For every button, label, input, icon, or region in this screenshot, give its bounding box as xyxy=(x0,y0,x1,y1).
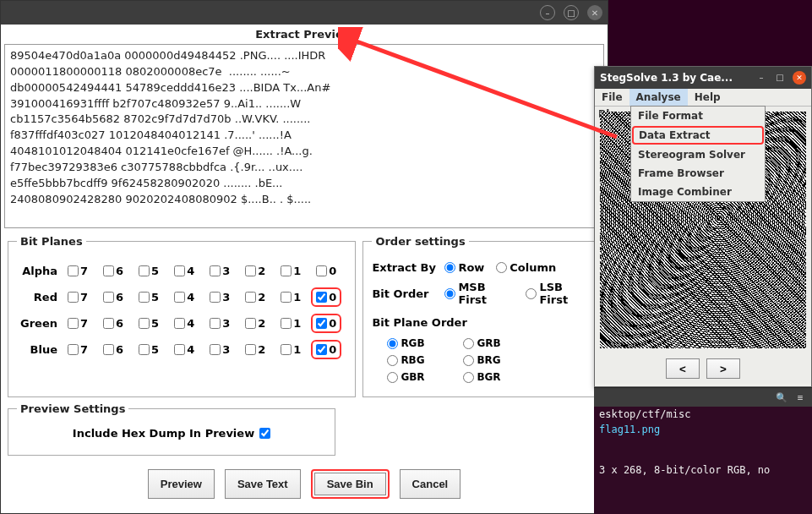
bit-label: 4 xyxy=(187,265,194,277)
terminal-path: esktop/ctf/misc xyxy=(594,407,812,422)
extract-by-label: Extract By xyxy=(372,261,438,274)
bit-checkbox-red-2[interactable] xyxy=(245,292,256,303)
bit-label: 3 xyxy=(222,291,230,303)
bit-checkbox-alpha-0[interactable] xyxy=(316,265,327,276)
bit-checkbox-red-4[interactable] xyxy=(174,292,185,303)
bit-checkbox-alpha-3[interactable] xyxy=(210,265,221,276)
preview-title: Extract Preview xyxy=(1,25,608,42)
bit-label: 1 xyxy=(293,317,301,330)
close-icon[interactable]: ✕ xyxy=(587,5,602,20)
bpo-radio-rgb[interactable]: RGB xyxy=(387,337,455,349)
save-bin-highlight: Save Bin xyxy=(311,469,390,499)
bit-label: 4 xyxy=(187,291,194,303)
bit-checkbox-alpha-5[interactable] xyxy=(139,265,150,276)
dropdown-item-stereogram-solver[interactable]: Stereogram Solver xyxy=(631,145,765,164)
bit-checkbox-blue-3[interactable] xyxy=(210,344,221,355)
bit-checkbox-alpha-6[interactable] xyxy=(103,265,114,276)
bit-label: 0 xyxy=(329,265,336,277)
bit-checkbox-red-1[interactable] xyxy=(281,292,292,303)
next-button[interactable]: > xyxy=(706,358,740,379)
bpo-radio-rbg[interactable]: RBG xyxy=(387,354,455,366)
bit-checkbox-blue-0[interactable] xyxy=(316,344,327,355)
bit-checkbox-red-3[interactable] xyxy=(210,292,221,303)
bit-checkbox-green-5[interactable] xyxy=(139,318,150,329)
bit-order-radio-lsb-first[interactable]: LSB First xyxy=(526,281,591,306)
bit-checkbox-green-6[interactable] xyxy=(103,318,114,329)
steg-close-icon[interactable]: ✕ xyxy=(793,71,806,85)
maximize-icon[interactable]: □ xyxy=(564,5,579,20)
bit-checkbox-blue-7[interactable] xyxy=(68,344,79,355)
bit-label: 0 xyxy=(329,291,336,303)
bit-checkbox-blue-4[interactable] xyxy=(174,344,185,355)
channel-label: Blue xyxy=(17,343,63,356)
bit-checkbox-blue-2[interactable] xyxy=(245,344,256,355)
bit-checkbox-red-7[interactable] xyxy=(68,292,79,303)
bit-label: 6 xyxy=(116,317,123,330)
bit-checkbox-green-1[interactable] xyxy=(281,318,292,329)
bit-label: 1 xyxy=(293,265,301,277)
bit-checkbox-blue-1[interactable] xyxy=(281,344,292,355)
bit-plane-row-red: Red76543210 xyxy=(17,287,346,307)
bit-checkbox-alpha-1[interactable] xyxy=(281,265,292,276)
dropdown-item-image-combiner[interactable]: Image Combiner xyxy=(631,183,765,201)
menu-analyse[interactable]: Analyse xyxy=(629,89,688,106)
bit-checkbox-red-5[interactable] xyxy=(139,292,150,303)
bit-checkbox-green-4[interactable] xyxy=(174,318,185,329)
terminal-info: 3 x 268, 8-bit/color RGB, no xyxy=(594,462,812,478)
bit-checkbox-blue-6[interactable] xyxy=(103,344,114,355)
bit-plane-row-alpha: Alpha76543210 xyxy=(17,261,346,281)
bit-order-radio-msb-first[interactable]: MSB First xyxy=(444,281,514,306)
preview-settings-panel: Preview Settings Include Hex Dump In Pre… xyxy=(8,402,335,456)
order-settings-legend: Order settings xyxy=(372,235,468,248)
bit-label: 2 xyxy=(258,291,265,303)
steg-maximize-icon[interactable]: □ xyxy=(774,71,786,83)
bit-checkbox-green-0[interactable] xyxy=(316,318,327,329)
bpo-radio-brg[interactable]: BRG xyxy=(463,354,531,366)
bit-label: 6 xyxy=(116,265,123,277)
cancel-button[interactable]: Cancel xyxy=(400,469,461,499)
save-bin-button[interactable]: Save Bin xyxy=(314,473,386,495)
bit-planes-legend: Bit Planes xyxy=(17,235,86,248)
dropdown-item-file-format[interactable]: File Format xyxy=(631,107,765,125)
window-titlebar: – □ ✕ xyxy=(1,1,608,25)
stegsolve-window: StegSolve 1.3 by Cae... – □ ✕ FileAnalys… xyxy=(594,66,812,387)
bit-checkbox-blue-5[interactable] xyxy=(139,344,150,355)
term-search-icon[interactable]: 🔍 xyxy=(775,392,788,403)
bit-checkbox-green-7[interactable] xyxy=(68,318,79,329)
extract-by-radio-row[interactable]: Row xyxy=(444,261,484,274)
bit-label: 3 xyxy=(222,343,230,356)
steg-minimize-icon[interactable]: – xyxy=(755,71,767,83)
bit-label: 7 xyxy=(80,265,88,277)
bpo-radio-bgr[interactable]: BGR xyxy=(463,371,531,383)
bit-checkbox-green-3[interactable] xyxy=(210,318,221,329)
bit-checkbox-alpha-4[interactable] xyxy=(174,265,185,276)
bit-plane-order-title: Bit Plane Order xyxy=(372,316,591,329)
bit-checkbox-alpha-2[interactable] xyxy=(245,265,256,276)
prev-button[interactable]: < xyxy=(666,358,700,379)
channel-label: Red xyxy=(17,291,63,303)
bit-order-label: Bit Order xyxy=(372,287,438,300)
bit-checkbox-red-0[interactable] xyxy=(316,292,327,303)
save-text-button[interactable]: Save Text xyxy=(225,469,301,499)
term-menu-icon[interactable]: ≡ xyxy=(793,392,807,403)
bit-label: 0 xyxy=(329,343,336,356)
menu-file[interactable]: File xyxy=(595,89,629,106)
include-hex-checkbox[interactable] xyxy=(259,428,270,439)
extract-by-radio-column[interactable]: Column xyxy=(496,261,556,274)
dropdown-item-frame-browser[interactable]: Frame Browser xyxy=(631,164,765,183)
bpo-radio-grb[interactable]: GRB xyxy=(463,337,531,349)
bpo-radio-gbr[interactable]: GBR xyxy=(387,371,455,383)
bit-checkbox-red-6[interactable] xyxy=(103,292,114,303)
analyse-dropdown: File FormatData ExtractStereogram Solver… xyxy=(630,106,766,202)
dropdown-item-data-extract[interactable]: Data Extract xyxy=(632,126,764,145)
bit-label: 5 xyxy=(151,343,159,356)
bit-checkbox-green-2[interactable] xyxy=(245,318,256,329)
terminal-file: flag11.png xyxy=(594,422,812,437)
bit-label: 1 xyxy=(293,291,301,303)
minimize-icon[interactable]: – xyxy=(540,5,555,20)
bit-checkbox-alpha-7[interactable] xyxy=(68,265,79,276)
menu-help[interactable]: Help xyxy=(688,89,728,106)
preview-button[interactable]: Preview xyxy=(148,469,215,499)
bit-label: 4 xyxy=(187,317,194,330)
bit-label: 7 xyxy=(80,291,88,303)
